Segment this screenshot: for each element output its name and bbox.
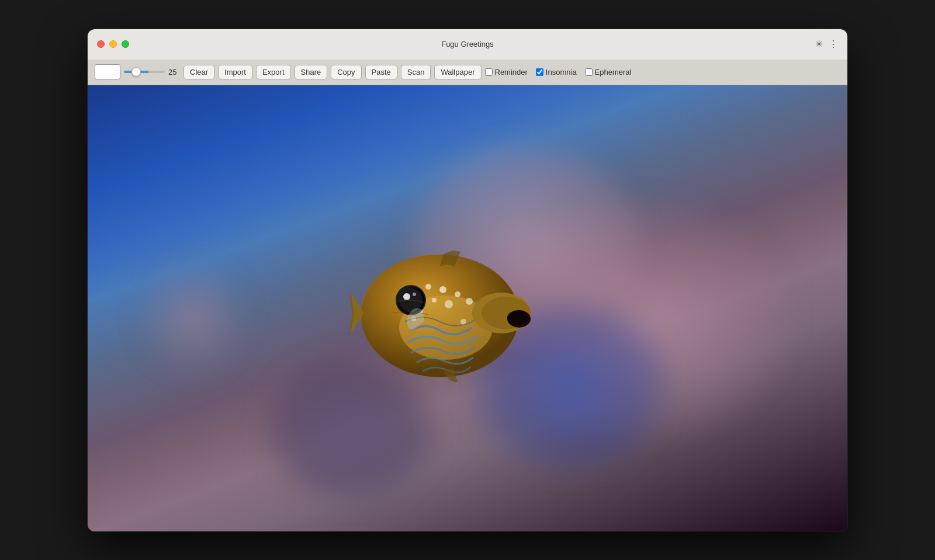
traffic-lights: [97, 40, 129, 48]
slider-value: 25: [168, 68, 180, 76]
size-slider[interactable]: [124, 71, 165, 73]
fish-illustration: [320, 196, 566, 418]
svg-point-23: [507, 311, 528, 325]
insomnia-group: Insomnia: [536, 68, 581, 76]
svg-point-4: [425, 284, 431, 290]
reminder-label[interactable]: Reminder: [495, 68, 528, 76]
maximize-button[interactable]: [122, 40, 129, 48]
coral-5: [134, 260, 251, 377]
svg-point-19: [413, 293, 416, 296]
scan-button[interactable]: Scan: [401, 65, 431, 79]
svg-point-18: [403, 293, 410, 300]
insomnia-checkbox[interactable]: [536, 68, 543, 76]
copy-button[interactable]: Copy: [331, 65, 361, 79]
wallpaper-button[interactable]: Wallpaper: [434, 65, 481, 79]
reminder-group: Reminder: [485, 68, 532, 76]
fish-background: [88, 85, 847, 531]
clear-button[interactable]: Clear: [183, 65, 214, 79]
insomnia-label[interactable]: Insomnia: [546, 68, 577, 76]
paste-button[interactable]: Paste: [365, 65, 397, 79]
ephemeral-group: Ephemeral: [585, 68, 636, 76]
color-swatch[interactable]: [95, 64, 120, 79]
app-window: Fugu Greetings ✳ ⋮ 25 Clear Import Expor…: [88, 29, 847, 531]
window-controls: ✳ ⋮: [815, 39, 838, 50]
canvas-area[interactable]: [88, 85, 847, 531]
svg-point-12: [445, 300, 453, 308]
export-button[interactable]: Export: [256, 65, 291, 79]
svg-point-5: [439, 286, 446, 293]
ephemeral-checkbox[interactable]: [585, 68, 593, 76]
import-button[interactable]: Import: [218, 65, 252, 79]
share-button[interactable]: Share: [295, 65, 328, 79]
svg-point-11: [432, 298, 437, 302]
ephemeral-label[interactable]: Ephemeral: [595, 68, 632, 76]
fish-container: [320, 196, 566, 420]
window-title: Fugu Greetings: [441, 40, 494, 48]
minimize-button[interactable]: [109, 40, 117, 48]
close-button[interactable]: [97, 40, 105, 48]
svg-point-6: [455, 291, 460, 297]
extensions-icon[interactable]: ✳: [815, 39, 823, 50]
titlebar: Fugu Greetings ✳ ⋮: [88, 29, 847, 60]
more-icon[interactable]: ⋮: [829, 39, 838, 50]
slider-container: 25: [124, 68, 180, 76]
reminder-checkbox[interactable]: [485, 68, 493, 76]
svg-point-7: [466, 298, 473, 305]
toolbar: 25 Clear Import Export Share Copy Paste …: [88, 60, 847, 85]
